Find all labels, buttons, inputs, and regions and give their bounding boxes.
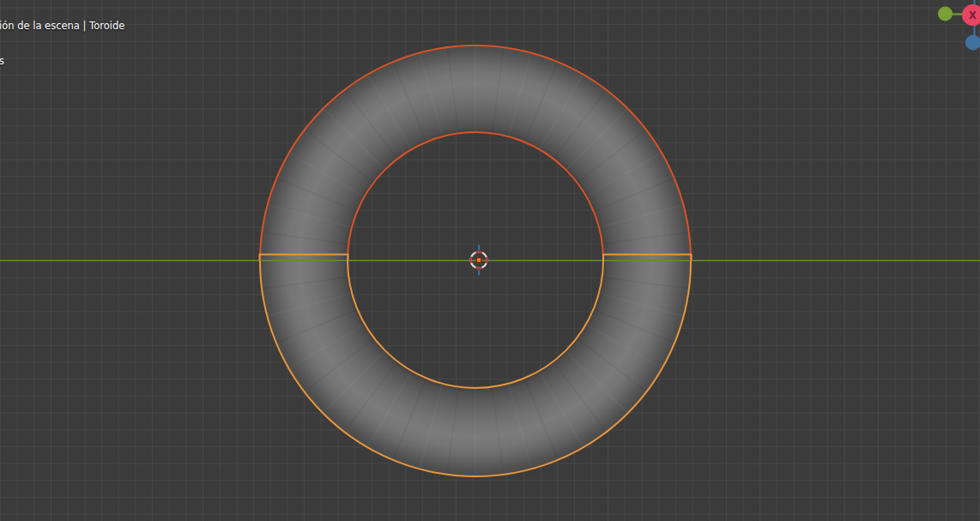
gizmo-z-ball-icon[interactable]	[965, 35, 980, 51]
gizmo-y-ball-icon[interactable]	[938, 7, 953, 21]
origin-dot	[477, 258, 481, 262]
viewport-scene: X	[0, 0, 980, 521]
object-origin	[476, 257, 482, 264]
3d-viewport[interactable]: X ión de la escena | Toroide s	[0, 0, 980, 521]
gizmo-x-label: X	[969, 9, 977, 21]
navigation-gizmo[interactable]: X	[938, 0, 980, 51]
